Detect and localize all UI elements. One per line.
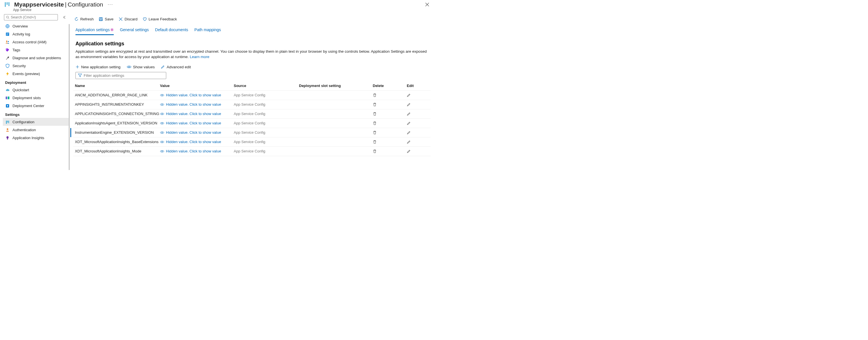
setting-source: App Service Config xyxy=(232,139,297,145)
tab-path-mappings[interactable]: Path mappings xyxy=(194,28,221,35)
config-icon xyxy=(5,120,10,124)
setting-source: App Service Config xyxy=(232,120,297,126)
globe-icon xyxy=(5,24,10,28)
svg-point-27 xyxy=(162,132,162,133)
edit-button[interactable] xyxy=(405,111,431,117)
setting-name: APPINSIGHTS_INSTRUMENTATIONKEY xyxy=(73,101,158,108)
setting-source: App Service Config xyxy=(232,110,297,117)
nav-section-deployment: Deployment xyxy=(3,78,69,86)
learn-more-link[interactable]: Learn more xyxy=(190,55,209,59)
eye-icon xyxy=(160,94,164,97)
page-subtitle: App Service xyxy=(0,8,434,12)
setting-source: App Service Config xyxy=(232,101,297,108)
nav-item-tags[interactable]: Tags xyxy=(3,46,69,54)
table-row[interactable]: XDT_MicrosoftApplicationInsights_BaseExt… xyxy=(73,137,431,147)
table-row[interactable]: ANCM_ADDITIONAL_ERROR_PAGE_LINKHidden va… xyxy=(73,91,431,100)
feedback-button[interactable]: Leave Feedback xyxy=(143,17,177,21)
save-button[interactable]: Save xyxy=(99,17,114,21)
eye-icon xyxy=(160,149,164,153)
nav-item-quickstart[interactable]: Quickstart xyxy=(3,86,69,94)
show-value-button[interactable]: Hidden value. Click to show value xyxy=(158,101,232,108)
setting-source: App Service Config xyxy=(232,148,297,155)
nav-item-authentication[interactable]: Authentication xyxy=(3,126,69,134)
table-row[interactable]: XDT_MicrosoftApplicationInsights_ModeHid… xyxy=(73,147,431,156)
nav-item-deployment-center[interactable]: Deployment Center xyxy=(3,102,69,110)
table-row[interactable]: ApplicationInsightsAgent_EXTENSION_VERSI… xyxy=(73,119,431,128)
delete-button[interactable] xyxy=(371,139,405,145)
tab-application-settings[interactable]: Application settings✻ xyxy=(75,28,114,35)
edit-button[interactable] xyxy=(405,130,431,136)
delete-button[interactable] xyxy=(371,101,405,108)
nav-item-configuration[interactable]: Configuration xyxy=(3,118,69,126)
delete-button[interactable] xyxy=(371,148,405,155)
table-row[interactable]: APPLICATIONINSIGHTS_CONNECTION_STRINGHid… xyxy=(73,109,431,119)
edit-button[interactable] xyxy=(405,92,431,98)
main-content: Refresh Save Discard Leave Feedback xyxy=(69,14,434,170)
nav-item-access-control-iam-[interactable]: Access control (IAM) xyxy=(3,38,69,46)
show-value-button[interactable]: Hidden value. Click to show value xyxy=(158,129,232,136)
close-button[interactable] xyxy=(425,1,430,8)
log-icon xyxy=(5,32,10,36)
show-value-button[interactable]: Hidden value. Click to show value xyxy=(158,148,232,155)
edit-button[interactable] xyxy=(405,120,431,126)
bolt-icon xyxy=(5,71,10,76)
svg-point-23 xyxy=(162,95,162,96)
filter-settings[interactable] xyxy=(75,72,166,79)
table-row[interactable]: InstrumentationEngine_EXTENSION_VERSIONH… xyxy=(73,128,431,137)
cloud-icon xyxy=(5,88,10,92)
nav-item-diagnose-and-solve-problems[interactable]: Diagnose and solve problems xyxy=(3,54,69,62)
delete-button[interactable] xyxy=(371,92,405,98)
edit-button[interactable] xyxy=(405,101,431,108)
delete-button[interactable] xyxy=(371,130,405,136)
svg-point-26 xyxy=(162,123,162,124)
sidebar-search[interactable] xyxy=(4,14,58,21)
refresh-button[interactable]: Refresh xyxy=(74,17,94,21)
nav-item-events-preview-[interactable]: Events (preview) xyxy=(3,70,69,78)
eye-icon xyxy=(160,131,164,134)
edit-button[interactable] xyxy=(405,139,431,145)
delete-button[interactable] xyxy=(371,111,405,117)
discard-icon xyxy=(119,17,123,21)
tab-default-documents[interactable]: Default documents xyxy=(155,28,188,35)
show-values-button[interactable]: Show values xyxy=(127,65,155,69)
delete-button[interactable] xyxy=(371,120,405,126)
svg-rect-20 xyxy=(100,18,102,19)
discard-button[interactable]: Discard xyxy=(119,17,137,21)
svg-rect-10 xyxy=(8,96,9,99)
nav-item-application-insights[interactable]: Application Insights xyxy=(3,134,69,142)
setting-source: App Service Config xyxy=(232,129,297,136)
header-more-button[interactable]: ··· xyxy=(108,2,113,7)
sidebar-search-input[interactable] xyxy=(11,15,56,19)
show-value-button[interactable]: Hidden value. Click to show value xyxy=(158,120,232,126)
advanced-edit-button[interactable]: Advanced edit xyxy=(161,65,191,69)
setting-name: XDT_MicrosoftApplicationInsights_BaseExt… xyxy=(73,139,158,145)
page-title: Myappservicesite|Configuration xyxy=(14,1,103,8)
new-application-setting-button[interactable]: New application setting xyxy=(75,65,121,69)
svg-point-25 xyxy=(162,113,162,114)
nav-item-deployment-slots[interactable]: Deployment slots xyxy=(3,94,69,102)
edit-button[interactable] xyxy=(405,148,431,155)
setting-name: ANCM_ADDITIONAL_ERROR_PAGE_LINK xyxy=(73,92,158,98)
svg-point-22 xyxy=(128,67,130,68)
show-value-button[interactable]: Hidden value. Click to show value xyxy=(158,139,232,145)
tab-general-settings[interactable]: General settings xyxy=(120,28,149,35)
nav-item-overview[interactable]: Overview xyxy=(3,22,69,30)
eye-icon xyxy=(160,122,164,125)
nav-item-activity-log[interactable]: Activity log xyxy=(3,30,69,38)
svg-rect-9 xyxy=(5,96,7,99)
show-value-button[interactable]: Hidden value. Click to show value xyxy=(158,110,232,117)
nav-item-security[interactable]: Security xyxy=(3,62,69,70)
feedback-icon xyxy=(143,17,147,21)
save-icon xyxy=(99,17,103,21)
table-row[interactable]: APPINSIGHTS_INSTRUMENTATIONKEYHidden val… xyxy=(73,100,431,109)
eye-icon xyxy=(160,112,164,115)
setting-source: App Service Config xyxy=(232,92,297,98)
app-service-icon xyxy=(4,1,11,8)
show-value-button[interactable]: Hidden value. Click to show value xyxy=(158,92,232,98)
eye-icon xyxy=(127,65,131,69)
collapse-sidebar-button[interactable] xyxy=(60,15,67,19)
svg-point-12 xyxy=(7,105,8,106)
shield-icon xyxy=(5,64,10,68)
svg-rect-0 xyxy=(5,2,6,7)
filter-input[interactable] xyxy=(84,73,164,78)
